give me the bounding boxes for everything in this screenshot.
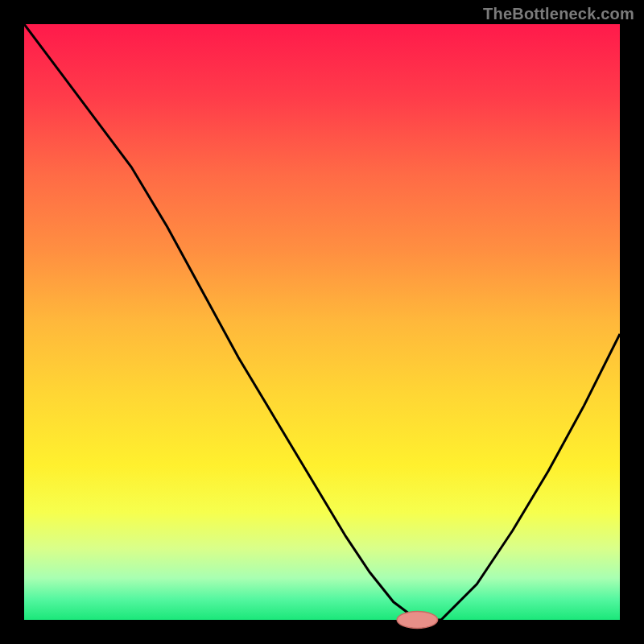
chart-canvas [0, 0, 644, 644]
watermark-label: TheBottleneck.com [483, 5, 634, 23]
gradient-background [24, 24, 620, 620]
optimum-marker [397, 612, 437, 629]
bottleneck-chart: TheBottleneck.com [0, 0, 644, 644]
